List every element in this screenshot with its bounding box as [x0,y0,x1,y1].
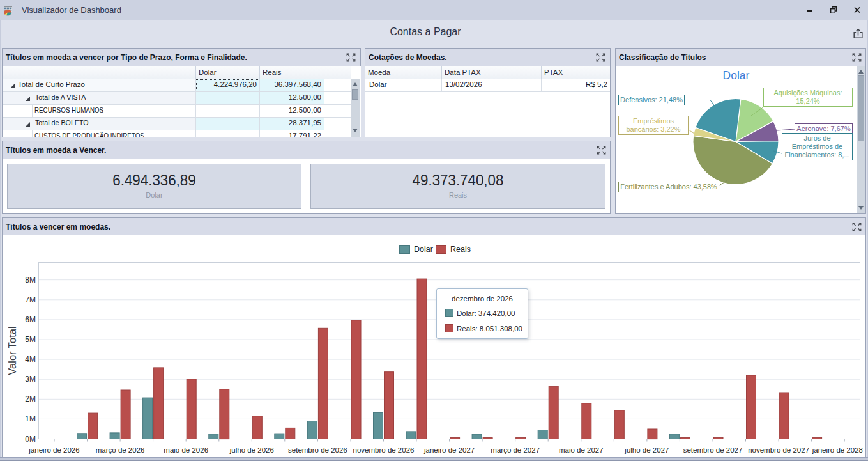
svg-text:janeiro de 2028: janeiro de 2028 [812,446,863,454]
svg-text:janeiro de 2027: janeiro de 2027 [423,446,475,454]
svg-text:4M: 4M [25,355,36,364]
svg-text:0M: 0M [25,435,36,444]
svg-text:6M: 6M [25,315,36,324]
svg-text:novembro de 2027: novembro de 2027 [748,446,809,454]
svg-text:novembro de 2026: novembro de 2026 [353,446,415,454]
svg-text:setembro de 2026: setembro de 2026 [288,446,347,454]
svg-text:Valor Total: Valor Total [6,326,18,375]
svg-text:julho de 2026: julho de 2026 [229,446,274,454]
svg-text:1M: 1M [25,414,36,423]
svg-text:março de 2026: março de 2026 [96,446,145,454]
svg-text:3M: 3M [25,375,36,384]
svg-text:julho de 2027: julho de 2027 [624,446,669,454]
svg-text:março de 2027: março de 2027 [491,446,540,454]
svg-text:maio de 2026: maio de 2026 [164,446,208,454]
svg-text:8M: 8M [25,276,36,285]
svg-text:5M: 5M [25,335,36,344]
svg-text:maio de 2027: maio de 2027 [559,446,604,454]
svg-text:setembro de 2027: setembro de 2027 [683,446,743,454]
svg-text:7M: 7M [25,295,36,304]
svg-text:janeiro de 2026: janeiro de 2026 [28,446,79,454]
svg-text:2M: 2M [25,395,36,403]
